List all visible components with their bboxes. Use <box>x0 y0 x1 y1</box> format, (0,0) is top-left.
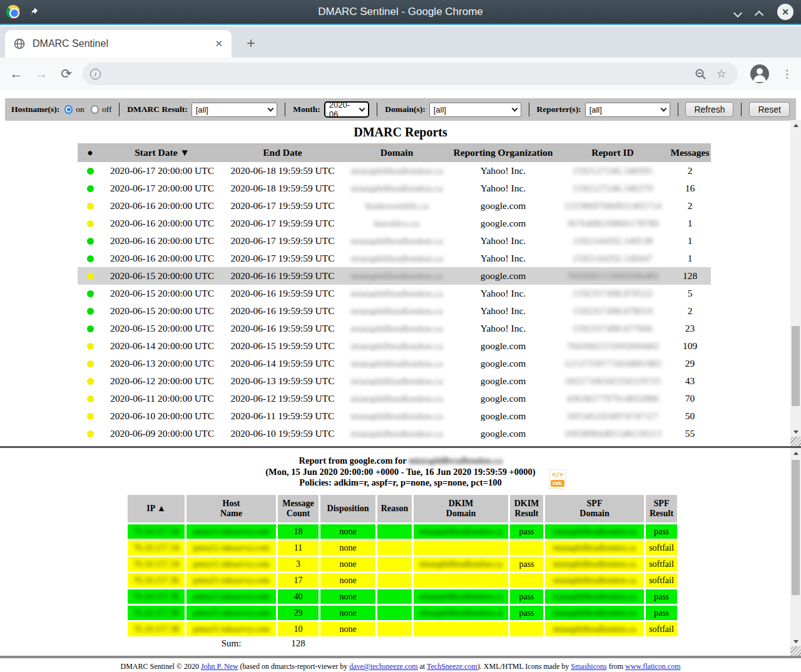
detail-scrollbar[interactable] <box>790 448 801 656</box>
start-date-cell: 2020-06-17 20:00:00 UTC <box>103 183 222 194</box>
detail-row[interactable]: 76.10.157.34pmta11.inksavvy.com18nonemia… <box>128 524 673 539</box>
report-row[interactable]: 2020-06-14 20:00:00 UTC2020-06-15 19:59:… <box>78 337 711 355</box>
scroll-down-icon[interactable] <box>790 636 801 646</box>
window-close-button[interactable]: ✕ <box>777 4 793 20</box>
hostnames-on-radio[interactable] <box>64 105 73 114</box>
profile-avatar[interactable] <box>750 64 769 83</box>
month-select[interactable]: 2020-06 <box>324 101 369 118</box>
disposition-text: none <box>339 543 356 552</box>
report-row[interactable]: 2020-06-13 20:00:00 UTC2020-06-14 19:59:… <box>78 355 711 372</box>
tab-close-icon[interactable]: ✕ <box>215 38 223 49</box>
report-row[interactable]: 2020-06-15 20:00:00 UTC2020-06-16 19:59:… <box>78 302 711 320</box>
detail-row[interactable]: 76.10.157.34pmta11.inksavvy.com11nonemia… <box>128 541 673 555</box>
report-id-cell: 13338697684921465714 <box>556 200 669 211</box>
report-row[interactable]: 2020-06-17 20:00:00 UTC2020-06-18 19:59:… <box>78 162 711 180</box>
scrollbar-track[interactable] <box>790 458 801 636</box>
reports-scrollbar[interactable] <box>790 120 801 446</box>
scrollbar-thumb[interactable] <box>792 326 800 406</box>
detail-row[interactable]: 76.10.157.38pmta31.inksavvy.com29nonemia… <box>128 606 673 620</box>
disposition-cell: none <box>320 524 375 539</box>
filter-separator <box>678 103 678 116</box>
report-row[interactable]: 2020-06-12 20:00:00 UTC2020-06-13 19:59:… <box>78 372 711 390</box>
reason-cell <box>377 622 412 636</box>
host-cell: pmta31.inksavvy.com <box>186 622 276 636</box>
detail-row[interactable]: 76.10.157.36pmta21.inksavvy.com17nonemia… <box>128 573 673 588</box>
xml-download-icon[interactable]: </> XML <box>549 469 566 489</box>
footer-link[interactable]: Smashicons <box>571 662 606 671</box>
filter-separator <box>377 103 377 116</box>
reset-button[interactable]: Reset <box>749 102 790 117</box>
scrollbar-thumb[interactable] <box>792 460 800 596</box>
browser-menu-icon[interactable]: ⋮ <box>773 68 801 81</box>
report-row[interactable]: 2020-06-15 20:00:00 UTC2020-06-16 19:59:… <box>78 267 711 285</box>
end-date-cell: 2020-06-16 19:59:59 UTC <box>222 323 344 334</box>
new-tab-button[interactable]: + <box>240 33 262 54</box>
count-text: 40 <box>294 592 303 601</box>
reason-cell <box>377 606 412 620</box>
zoom-out-icon[interactable] <box>695 68 707 80</box>
refresh-button[interactable]: Refresh <box>685 102 733 117</box>
domain-text: miataphilbradlondon.ca <box>351 428 443 439</box>
detail-column-header-0[interactable]: IP ▲ <box>128 495 185 522</box>
resize-grip[interactable] <box>790 437 801 446</box>
report-id-text: 5053452434974747117 <box>567 410 659 421</box>
report-row[interactable]: 2020-06-16 20:00:00 UTC2020-06-17 19:59:… <box>78 250 711 267</box>
report-row[interactable]: 2020-06-16 20:00:00 UTC2020-06-17 19:59:… <box>78 197 711 215</box>
address-bar[interactable]: i ☆ <box>83 63 738 85</box>
start-date-cell: 2020-06-15 20:00:00 UTC <box>103 305 222 317</box>
report-id-text: 1592357498.878522 <box>573 288 653 298</box>
scroll-up-icon[interactable] <box>790 120 801 130</box>
detail-row[interactable]: 76.10.157.36pmta21.inksavvy.com40nonemia… <box>128 589 673 604</box>
detail-column-header-6: DKIM Result <box>510 495 543 522</box>
footer-link[interactable]: John P. New <box>201 662 238 671</box>
bookmark-star-icon[interactable]: ☆ <box>713 67 730 81</box>
back-icon[interactable]: ← <box>4 66 29 81</box>
report-row[interactable]: 2020-06-16 20:00:00 UTC2020-06-17 19:59:… <box>78 232 711 250</box>
pin-icon[interactable] <box>29 7 39 17</box>
report-row[interactable]: 2020-06-11 20:00:00 UTC2020-06-12 19:59:… <box>78 390 711 407</box>
report-row[interactable]: 2020-06-15 20:00:00 UTC2020-06-16 19:59:… <box>78 320 711 337</box>
chevron-down-icon <box>511 105 518 111</box>
window-minimize-button[interactable] <box>735 8 742 16</box>
dmarc-result-select[interactable]: [all] <box>191 103 278 117</box>
tab-dmarc-sentinel[interactable]: DMARC Sentinel ✕ <box>5 30 232 58</box>
page-content: Hostname(s): on off DMARC Result: [all] … <box>0 90 801 672</box>
report-row[interactable]: 2020-06-10 20:00:00 UTC2020-06-11 19:59:… <box>78 407 711 425</box>
scroll-up-icon[interactable] <box>790 448 801 458</box>
scroll-down-icon[interactable] <box>790 427 801 437</box>
messages-cell: 70 <box>669 393 711 404</box>
messages-cell: 5 <box>669 288 711 299</box>
reporting-org-cell: google.com <box>450 375 556 387</box>
messages-cell: 55 <box>669 428 711 439</box>
status-dot-cell <box>78 323 103 334</box>
report-id-text: 7043682155695094482 <box>566 340 658 351</box>
ip-text: 76.10.157.34 <box>133 559 180 569</box>
disposition-text: none <box>339 559 356 569</box>
footer-link[interactable]: TechSneeze.com <box>427 662 477 671</box>
report-row[interactable]: 2020-06-09 20:00:00 UTC2020-06-10 19:59:… <box>78 425 711 442</box>
footer-link[interactable]: dave@techsneeze.com <box>349 662 417 671</box>
reload-icon[interactable]: ⟳ <box>54 66 79 81</box>
report-row[interactable]: 2020-06-17 20:00:00 UTC2020-06-18 19:59:… <box>78 180 711 197</box>
domain-text: haroldco.ca <box>374 218 419 228</box>
count-text: 10 <box>294 624 303 634</box>
report-row[interactable]: 2020-06-16 20:00:00 UTC2020-06-17 19:59:… <box>78 215 711 232</box>
detail-row[interactable]: 76.10.157.38pmta31.inksavvy.com10nonemia… <box>128 622 673 636</box>
forward-icon[interactable]: → <box>29 66 54 81</box>
page-info-icon[interactable]: i <box>90 69 101 79</box>
start-date-cell: 2020-06-09 20:00:00 UTC <box>103 428 222 439</box>
reporters-select[interactable]: [all] <box>585 103 670 117</box>
detail-row[interactable]: 76.10.157.34pmta11.inksavvy.com3nonemiat… <box>128 557 673 571</box>
column-header-1[interactable]: Start Date ▼ <box>103 147 222 158</box>
footer-link[interactable]: www.flaticon.com <box>625 662 681 671</box>
window-maximize-button[interactable] <box>756 8 763 16</box>
scrollbar-track[interactable] <box>790 130 801 427</box>
report-id-text: 4363827797914832886 <box>566 393 658 404</box>
domains-select[interactable]: [all] <box>429 103 521 117</box>
spf-domain-text: miataphilbradlondon.ca <box>553 608 636 618</box>
report-row[interactable]: 2020-06-15 20:00:00 UTC2020-06-16 19:59:… <box>78 285 711 302</box>
hostnames-off-radio[interactable] <box>91 105 99 114</box>
resize-grip[interactable] <box>790 646 801 656</box>
column-header-3: Domain <box>344 147 450 158</box>
report-id-cell: 3676408239866178780 <box>556 218 669 229</box>
